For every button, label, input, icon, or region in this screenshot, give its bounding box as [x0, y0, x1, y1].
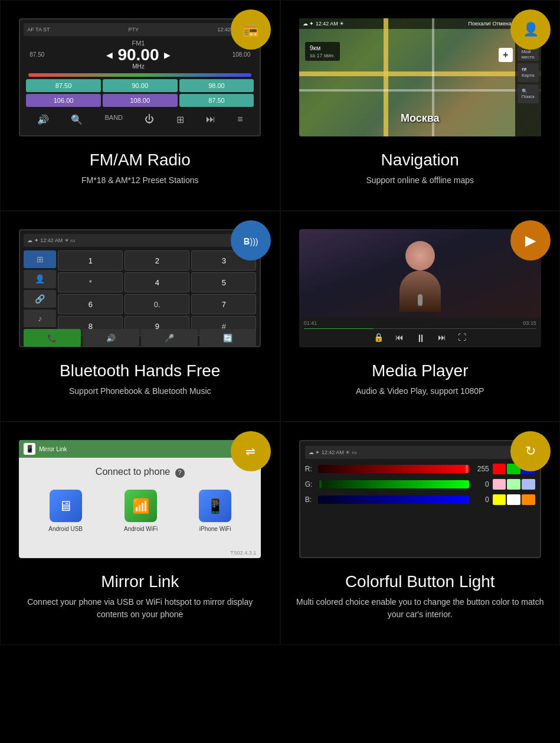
radio-desc: FM*18 & AM*12 Preset Stations	[81, 174, 198, 187]
cell-navigation: 👤 ☁ ✦ 12:42 AM ☀ Поехали! Отмена 9кмза	[280, 0, 561, 211]
nav-screenshot: ☁ ✦ 12:42 AM ☀ Поехали! Отмена 9кмза 17 …	[299, 18, 541, 136]
radio-screenshot: AF TA ST PTY 12:42 AM ☀ ▭ 87.50 ◀ FM1 90…	[19, 18, 261, 136]
bluetooth-icon: ʙ)))	[231, 220, 271, 260]
radio-title: FM/AM Radio	[90, 151, 191, 170]
navigation-title: Navigation	[381, 151, 459, 170]
color-r-value: 255	[473, 465, 489, 473]
feature-grid: 📻 AF TA ST PTY 12:42 AM ☀ ▭ 87.50 ◀ FM1 …	[0, 0, 560, 645]
mirror-icon: ⇌	[231, 431, 271, 471]
cell-media-player: ▶ ☁ ◀ Video SW 12:42 AM ☀ ▭	[280, 211, 561, 422]
mirror-iphone-wifi: 📱 iPhone WiFi	[199, 490, 231, 532]
bluetooth-desc: Support Phonebook & Bluetooth Music	[69, 385, 211, 397]
navigation-icon: 👤	[510, 9, 551, 50]
cell-colorful-light: ↻ ☁ ✦ 12:42 AM ☀ ▭ R: 255	[280, 422, 561, 645]
media-icon: ▶	[510, 220, 551, 260]
media-time-end: 03:15	[523, 320, 536, 326]
mirror-desc: Connect your phone via USB or WiFi hotsp…	[12, 596, 268, 621]
mirror-android-wifi: 📶 Android WiFi	[124, 490, 158, 532]
color-b-value: 0	[473, 496, 489, 504]
mirror-version: TS02.4.3.1	[230, 550, 256, 556]
radio-icon: 📻	[231, 9, 271, 50]
media-title: Media Player	[372, 361, 468, 380]
color-screenshot: ☁ ✦ 12:42 AM ☀ ▭ R: 255	[299, 440, 541, 558]
navigation-desc: Support online & offline maps	[366, 174, 474, 187]
mirror-connect-text: Connect to phone ?	[19, 458, 261, 484]
colorful-icon: ↻	[510, 431, 551, 471]
media-time-start: 01:41	[304, 320, 317, 326]
cell-fm-radio: 📻 AF TA ST PTY 12:42 AM ☀ ▭ 87.50 ◀ FM1 …	[0, 0, 280, 211]
mirror-android-usb: 🖥 Android USB	[48, 490, 83, 532]
bt-screenshot: ☁ ✦ 12:42 AM ☀ ▭ ↩ ⊞ 👤 🔗 ♪ 1 2	[19, 229, 261, 347]
media-screenshot: ☁ ◀ Video SW 12:42 AM ☀ ▭ 01:41	[299, 229, 541, 347]
colorful-title: Colorful Button Light	[345, 572, 495, 591]
cell-mirror-link: ⇌ 📱 Mirror Link Connect to phone ? 🖥 And…	[0, 422, 280, 645]
colorful-desc: Multi colored choice enable you to chang…	[293, 596, 548, 621]
media-desc: Audio & Video Play, support 1080P	[356, 385, 484, 397]
map-city-label: Москва	[401, 112, 440, 125]
mirror-screenshot: 📱 Mirror Link Connect to phone ? 🖥 Andro…	[19, 440, 261, 558]
color-g-value: 0	[473, 480, 489, 488]
mirror-title: Mirror Link	[101, 572, 179, 591]
bluetooth-title: Bluetooth Hands Free	[60, 361, 220, 380]
cell-bluetooth: ʙ))) ☁ ✦ 12:42 AM ☀ ▭ ↩ ⊞ 👤 🔗 ♪	[0, 211, 280, 422]
